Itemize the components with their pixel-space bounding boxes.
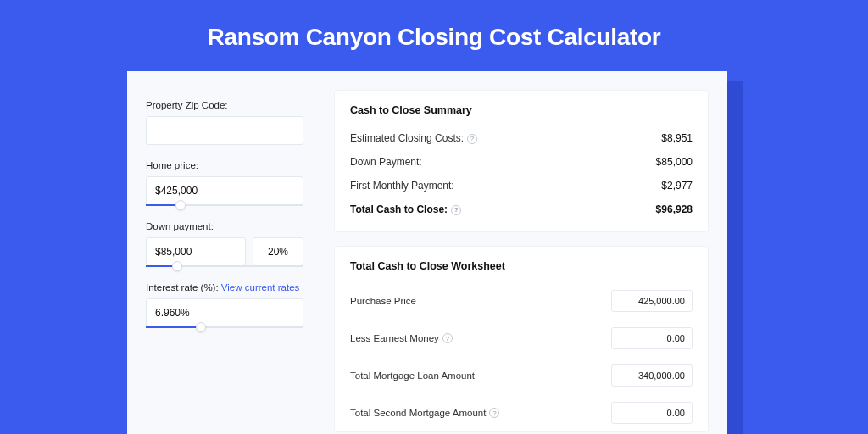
worksheet-row-label: Total Second Mortgage Amount?: [350, 408, 499, 419]
worksheet-row-input[interactable]: 340,000.00: [611, 364, 693, 387]
help-icon[interactable]: ?: [489, 408, 499, 418]
summary-row: Total Cash to Close:?$96,928: [350, 198, 693, 221]
summary-row-value: $85,000: [656, 156, 693, 168]
zip-label: Property Zip Code:: [146, 100, 303, 110]
calculator-card: Property Zip Code: Home price: $425,000 …: [127, 71, 727, 434]
worksheet-row: Purchase Price425,000.00: [350, 282, 693, 320]
price-slider[interactable]: [146, 204, 303, 206]
price-input[interactable]: $425,000: [146, 176, 303, 205]
worksheet-row-label: Less Earnest Money?: [350, 333, 453, 344]
summary-panel: Cash to Close Summary Estimated Closing …: [334, 90, 709, 232]
worksheet-row: Less Earnest Money?0.00: [350, 320, 693, 357]
rate-input[interactable]: 6.960%: [146, 298, 303, 327]
dp-amount-input[interactable]: $85,000: [146, 237, 246, 266]
worksheet-row-input[interactable]: 425,000.00: [611, 290, 693, 312]
worksheet-heading: Total Cash to Close Worksheet: [350, 260, 693, 272]
dp-percent-input[interactable]: 20%: [253, 237, 303, 266]
dp-field-group: Down payment: $85,000 20%: [146, 221, 303, 267]
price-label: Home price:: [146, 160, 303, 170]
summary-row-label: First Monthly Payment:: [350, 180, 454, 192]
rate-field-group: Interest rate (%): View current rates 6.…: [146, 282, 303, 328]
price-slider-thumb[interactable]: [175, 200, 186, 210]
help-icon[interactable]: ?: [442, 333, 453, 343]
help-icon[interactable]: ?: [467, 134, 477, 144]
help-icon[interactable]: ?: [451, 205, 461, 215]
worksheet-row-label: Total Mortgage Loan Amount: [350, 370, 475, 381]
view-rates-link[interactable]: View current rates: [221, 282, 299, 292]
worksheet-row: Total Second Mortgage Amount?0.00: [350, 394, 693, 431]
price-field-group: Home price: $425,000: [146, 160, 303, 206]
rate-slider-thumb[interactable]: [196, 322, 206, 332]
summary-row: First Monthly Payment:$2,977: [350, 174, 693, 198]
worksheet-row-input[interactable]: 0.00: [611, 327, 693, 349]
worksheet-row-input[interactable]: 0.00: [611, 402, 693, 424]
summary-row-label: Down Payment:: [350, 156, 422, 168]
page-title: Ransom Canyon Closing Cost Calculator: [0, 0, 868, 71]
dp-slider-thumb[interactable]: [172, 261, 182, 271]
summary-row-label: Estimated Closing Costs:?: [350, 132, 477, 144]
worksheet-panel: Total Cash to Close Worksheet Purchase P…: [334, 246, 709, 432]
inputs-column: Property Zip Code: Home price: $425,000 …: [127, 71, 322, 434]
results-column: Cash to Close Summary Estimated Closing …: [322, 71, 727, 434]
zip-input[interactable]: [146, 116, 303, 145]
summary-row-value: $8,951: [661, 132, 693, 144]
zip-field-group: Property Zip Code:: [146, 100, 303, 145]
rate-label: Interest rate (%): View current rates: [146, 282, 303, 292]
summary-row-label: Total Cash to Close:?: [350, 203, 461, 215]
summary-row-value: $2,977: [661, 180, 693, 192]
worksheet-row-label: Purchase Price: [350, 296, 416, 306]
summary-row: Down Payment:$85,000: [350, 150, 693, 174]
rate-label-text: Interest rate (%):: [146, 282, 219, 292]
summary-heading: Cash to Close Summary: [350, 104, 693, 116]
worksheet-row: Total Mortgage Loan Amount340,000.00: [350, 357, 693, 394]
rate-slider[interactable]: [146, 326, 303, 328]
summary-row: Estimated Closing Costs:?$8,951: [350, 126, 693, 150]
summary-row-value: $96,928: [656, 203, 693, 215]
dp-label: Down payment:: [146, 221, 303, 231]
dp-slider[interactable]: [146, 265, 303, 267]
